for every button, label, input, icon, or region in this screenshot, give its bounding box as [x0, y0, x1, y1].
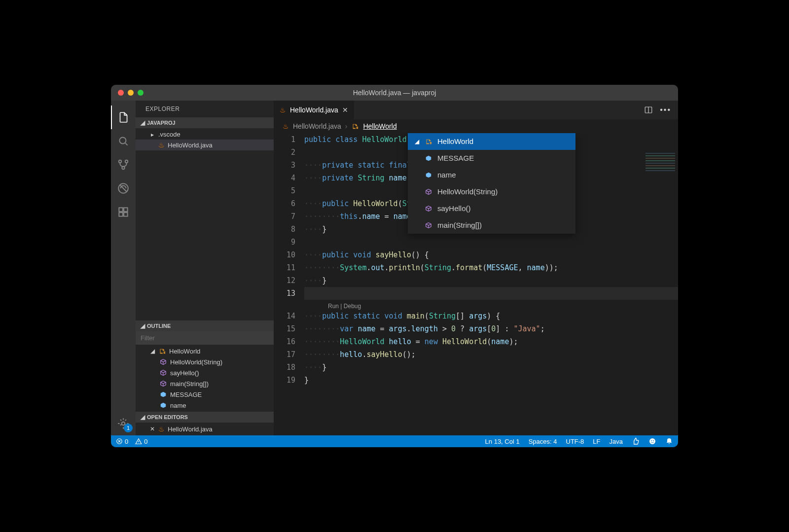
code-line[interactable]: ····}	[304, 361, 678, 374]
svg-point-13	[651, 440, 652, 441]
dropdown-item[interactable]: ◢HelloWorld	[408, 133, 575, 150]
outline-item-label: name	[170, 402, 186, 409]
open-editor-item[interactable]: ✕ ♨ HelloWorld.java	[136, 424, 274, 434]
outline-item-label: sayHello()	[170, 369, 199, 377]
line-number: 15	[274, 322, 295, 335]
tree-item-folder[interactable]: ▸ .vscode	[136, 129, 274, 140]
tab-label: HelloWorld.java	[290, 106, 338, 114]
outline-item[interactable]: HelloWorld(String)	[136, 356, 274, 367]
outline-item-label: HelloWorld	[169, 348, 200, 355]
status-language[interactable]: Java	[610, 438, 623, 445]
line-number: 17	[274, 348, 295, 361]
chevron-down-icon: ◢	[141, 119, 145, 126]
status-warnings[interactable]: 0	[135, 438, 147, 445]
tree-item-label: .vscode	[158, 131, 180, 138]
outline-item[interactable]: name	[136, 400, 274, 411]
field-icon	[159, 390, 167, 398]
outline-item-class[interactable]: ◢ HelloWorld	[136, 346, 274, 356]
breadcrumb-file[interactable]: HelloWorld.java	[293, 122, 341, 130]
breadcrumb[interactable]: ♨ HelloWorld.java › HelloWorld	[274, 119, 678, 133]
code-line[interactable]: }	[304, 374, 678, 387]
open-editors-section-label: OPEN EDITORS	[147, 414, 188, 420]
outline-item-label: HelloWorld(String)	[170, 358, 222, 366]
method-icon	[425, 188, 432, 196]
status-bar: 0 0 Ln 13, Col 1 Spaces: 4 UTF-8 LF Java	[111, 435, 678, 447]
titlebar[interactable]: HelloWorld.java — javaproj	[111, 85, 678, 101]
line-number: 5	[274, 184, 295, 197]
outline-section-header[interactable]: ◢ OUTLINE	[136, 320, 274, 331]
dropdown-item-label: main(String[])	[437, 219, 482, 232]
svg-point-2	[125, 160, 128, 163]
editor-area: ♨ HelloWorld.java ✕ ••• ♨ HelloWorld.jav…	[274, 101, 678, 435]
breadcrumb-symbol-dropdown: ◢HelloWorldMESSAGEnameHelloWorld(String)…	[408, 133, 575, 234]
status-errors[interactable]: 0	[116, 438, 128, 445]
dropdown-item[interactable]: main(String[])	[408, 217, 575, 234]
method-icon	[159, 380, 167, 388]
breadcrumb-symbol[interactable]: HelloWorld	[363, 122, 396, 130]
outline-section-label: OUTLINE	[147, 323, 171, 329]
outline-item[interactable]: sayHello()	[136, 367, 274, 378]
status-encoding[interactable]: UTF-8	[566, 438, 584, 445]
editor-tab[interactable]: ♨ HelloWorld.java ✕	[274, 101, 355, 119]
code-content[interactable]: ◢HelloWorldMESSAGEnameHelloWorld(String)…	[304, 133, 678, 435]
class-icon	[158, 347, 166, 355]
code-line[interactable]: ····public static void main(String[] arg…	[304, 310, 678, 322]
status-indentation[interactable]: Spaces: 4	[529, 438, 557, 445]
method-icon	[425, 221, 432, 229]
settings-activity-icon[interactable]: 1	[111, 412, 136, 435]
dropdown-item[interactable]: MESSAGE	[408, 150, 575, 167]
line-number: 7	[274, 210, 295, 223]
code-line[interactable]: ····public void sayHello() {	[304, 248, 678, 261]
outline-item[interactable]: MESSAGE	[136, 389, 274, 400]
code-line[interactable]: ········var name = args.length > 0 ? arg…	[304, 322, 678, 335]
outline-filter-input[interactable]	[136, 331, 274, 345]
split-editor-icon[interactable]	[644, 106, 653, 114]
code-line[interactable]: ········HelloWorld hello = new HelloWorl…	[304, 335, 678, 348]
line-number: 4	[274, 172, 295, 184]
line-number: 19	[274, 374, 295, 387]
explorer-activity-icon[interactable]	[111, 106, 136, 129]
outline-item[interactable]: main(String[])	[136, 378, 274, 389]
code-line[interactable]: ····}	[304, 274, 678, 287]
code-line[interactable]	[304, 287, 678, 300]
minimap[interactable]	[646, 153, 675, 182]
maximize-window-button[interactable]	[138, 90, 143, 96]
project-section-header[interactable]: ◢ JAVAPROJ	[136, 117, 274, 128]
outline-tree: ◢ HelloWorld HelloWorld(String)sayHello(…	[136, 345, 274, 412]
line-number: 2	[274, 146, 295, 159]
feedback-icon[interactable]	[648, 437, 656, 445]
codelens[interactable]: Run | Debug	[304, 300, 678, 310]
close-icon[interactable]: ✕	[149, 426, 155, 432]
dropdown-item[interactable]: name	[408, 167, 575, 183]
dropdown-item-label: HelloWorld(String)	[437, 185, 498, 198]
search-activity-icon[interactable]	[111, 129, 136, 153]
code-editor[interactable]: 12345678910111213141516171819 ◢HelloWorl…	[274, 133, 678, 435]
line-number: 9	[274, 236, 295, 248]
open-editors-section-header[interactable]: ◢ OPEN EDITORS	[136, 412, 274, 423]
minimize-window-button[interactable]	[128, 90, 134, 96]
close-tab-icon[interactable]: ✕	[342, 106, 348, 114]
code-line[interactable]: ········System.out.println(String.format…	[304, 261, 678, 274]
code-line[interactable]	[304, 236, 678, 248]
java-file-icon: ♨	[280, 106, 286, 114]
sidebar-title: EXPLORER	[136, 101, 274, 117]
close-window-button[interactable]	[118, 90, 124, 96]
extensions-activity-icon[interactable]	[111, 200, 136, 224]
tree-item-file[interactable]: ♨ HelloWorld.java	[136, 140, 274, 150]
dropdown-item[interactable]: HelloWorld(String)	[408, 183, 575, 200]
line-number: 8	[274, 223, 295, 236]
source-control-activity-icon[interactable]	[111, 153, 136, 177]
field-icon	[425, 154, 432, 162]
notifications-icon[interactable]	[665, 437, 673, 445]
thumbs-up-icon[interactable]	[632, 437, 640, 445]
more-actions-icon[interactable]: •••	[660, 106, 671, 114]
line-number: 3	[274, 159, 295, 172]
status-eol[interactable]: LF	[593, 438, 600, 445]
java-file-icon: ♨	[158, 425, 165, 433]
code-line[interactable]: ········hello.sayHello();	[304, 348, 678, 361]
settings-badge: 1	[124, 424, 133, 432]
svg-point-14	[653, 440, 654, 441]
dropdown-item[interactable]: sayHello()	[408, 200, 575, 217]
status-cursor-position[interactable]: Ln 13, Col 1	[485, 438, 520, 445]
debug-activity-icon[interactable]	[111, 177, 136, 200]
